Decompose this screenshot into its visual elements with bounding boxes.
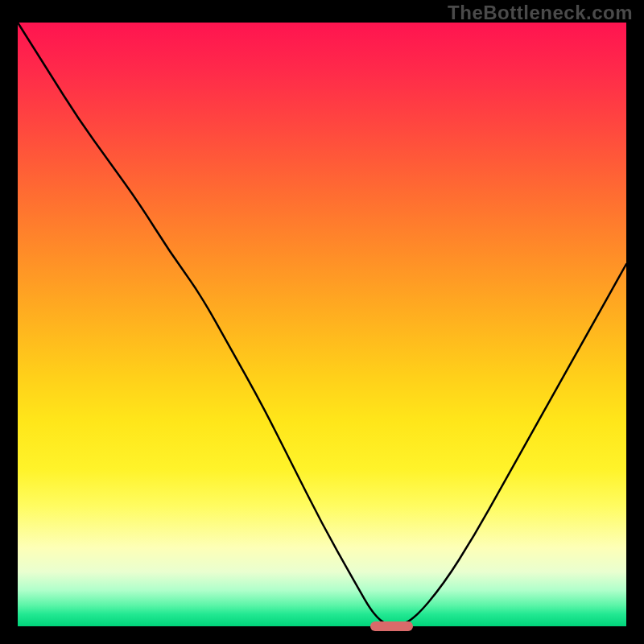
bottleneck-curve	[18, 23, 626, 626]
watermark-text: TheBottleneck.com	[448, 2, 633, 24]
optimal-range-marker	[370, 621, 413, 631]
curve-path	[18, 23, 626, 625]
chart-frame: TheBottleneck.com	[0, 0, 644, 644]
plot-area	[18, 23, 626, 626]
